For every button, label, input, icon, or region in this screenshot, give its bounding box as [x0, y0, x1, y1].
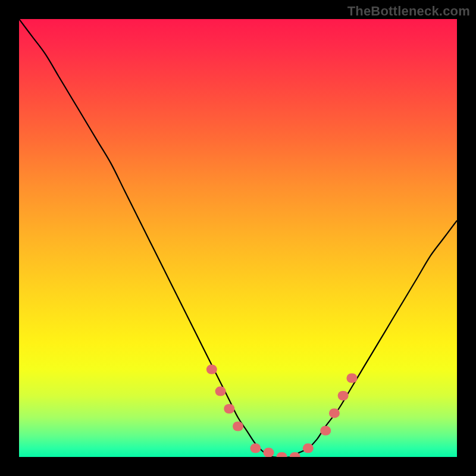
marker-group [206, 365, 358, 457]
plot-area [19, 19, 457, 457]
marker-dot [346, 374, 357, 383]
marker-dot [338, 391, 349, 400]
marker-dot [206, 365, 217, 374]
marker-dot [329, 408, 340, 418]
bottleneck-curve [19, 19, 457, 457]
marker-dot [233, 422, 243, 431]
marker-dot [224, 404, 234, 414]
marker-dot [303, 443, 314, 453]
marker-dot [264, 448, 274, 457]
chart-frame: TheBottleneck.com [0, 0, 476, 476]
marker-dot [250, 443, 261, 453]
marker-dot [320, 426, 331, 436]
marker-dot [277, 452, 287, 457]
curve-svg [19, 19, 457, 457]
marker-dot [215, 387, 226, 396]
watermark-text: TheBottleneck.com [347, 4, 470, 19]
